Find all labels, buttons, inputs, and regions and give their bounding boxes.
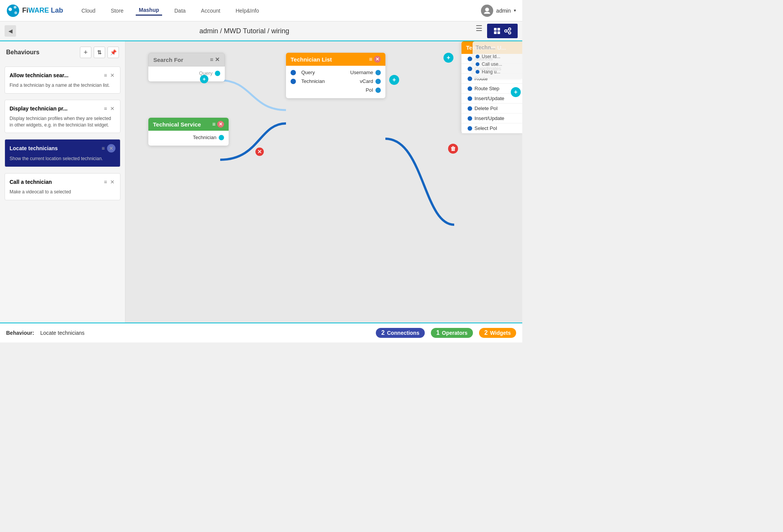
poi-port[interactable] xyxy=(375,88,381,93)
card-menu-btn-2[interactable]: ≡ xyxy=(103,105,108,112)
query-output-port[interactable] xyxy=(215,71,220,76)
search-for-close-icon[interactable]: ✕ xyxy=(215,56,220,63)
pin-button[interactable]: 📌 xyxy=(107,47,119,58)
nav-account[interactable]: Account xyxy=(198,6,224,15)
behaviour-desc-2: Display technician profiles when they ar… xyxy=(10,115,115,128)
rp-dot-address xyxy=(468,57,472,61)
port-row-poi: PoI xyxy=(291,86,381,94)
behaviour-title-3: Locate technicians xyxy=(10,145,101,151)
sort-behaviour-button[interactable]: ⇅ xyxy=(94,47,105,58)
nav-help[interactable]: Help&Info xyxy=(232,6,262,15)
add-connection-2[interactable]: + xyxy=(389,75,399,85)
search-for-widget[interactable]: Search For ≡ ✕ Query xyxy=(148,53,225,81)
behaviour-title-1: Allow technician sear... xyxy=(10,72,103,78)
rp-dot-route xyxy=(468,76,472,81)
card-close-btn-1[interactable]: ✕ xyxy=(109,71,115,79)
trw-item-userid: User Id... xyxy=(476,53,519,60)
disconnect-button[interactable]: ✕ xyxy=(255,148,264,156)
add-behaviour-button[interactable]: + xyxy=(80,47,91,58)
technician-list-widget[interactable]: Technician List ≡ ✕ Query Username Techn… xyxy=(286,53,385,98)
card-menu-btn-3[interactable]: ≡ xyxy=(101,144,106,152)
card-close-btn-3[interactable]: ✕ xyxy=(107,144,115,152)
svg-point-3 xyxy=(15,11,17,14)
technician-output-port[interactable] xyxy=(219,135,224,140)
query-input-port[interactable] xyxy=(291,70,296,75)
rp-dot-insert-update2 xyxy=(468,116,472,121)
trw-label-userid: User Id... xyxy=(482,54,500,59)
svg-point-11 xyxy=(508,32,511,34)
technician-list-header: Technician List ≡ ✕ xyxy=(286,53,385,66)
vcard-port[interactable] xyxy=(375,79,381,84)
sidebar-header: Behaviours + ⇅ 📌 xyxy=(0,41,125,63)
rp-dot-delete-poi xyxy=(468,106,472,111)
delete-connection-button[interactable]: 🗑 xyxy=(448,144,458,154)
ts-menu-icon[interactable]: ≡ xyxy=(212,121,216,128)
status-label-prefix: Behaviour: xyxy=(6,330,34,336)
search-for-body: Query xyxy=(148,66,225,81)
widgets-badge: 2 Widgets xyxy=(479,328,516,338)
nav-data[interactable]: Data xyxy=(171,6,189,15)
rp-dot-insert-update xyxy=(468,96,472,101)
share-icon xyxy=(504,27,512,35)
behaviour-desc-4: Make a videocall to a selected xyxy=(10,189,115,195)
add-connection-1[interactable]: + xyxy=(200,75,208,83)
technician-list-body: Query Username Technician vCard PoI xyxy=(286,66,385,98)
back-button[interactable]: ◀ xyxy=(5,25,16,37)
search-for-title: Search For xyxy=(153,57,183,63)
view-toggle-btn[interactable] xyxy=(487,24,518,38)
grid-icon xyxy=(493,27,501,35)
card-close-btn-2[interactable]: ✕ xyxy=(109,105,115,112)
behaviour-title-4: Call a technician xyxy=(10,179,103,185)
trw-title: Techn... xyxy=(476,44,519,50)
user-avatar xyxy=(481,5,493,17)
svg-point-2 xyxy=(14,6,16,8)
card-close-btn-4[interactable]: ✕ xyxy=(109,178,115,186)
nav-mashup[interactable]: Mashup xyxy=(136,5,162,16)
port-row-technician-in: Technician vCard xyxy=(291,77,381,86)
widgets-label: Widgets xyxy=(490,330,511,336)
canvas-area[interactable]: Search For ≡ ✕ Query + Technician List ≡ xyxy=(125,41,522,323)
connections-badge: 2 Connections xyxy=(376,328,425,338)
menu-icon[interactable]: ☰ xyxy=(473,24,486,38)
svg-point-10 xyxy=(508,28,511,30)
technical-service-widget[interactable]: Technical Service ≡ ✕ Technician xyxy=(148,118,229,146)
technical-service-body: Technician xyxy=(148,131,229,146)
tl-menu-icon[interactable]: ≡ xyxy=(369,56,372,63)
tl-close-icon[interactable]: ✕ xyxy=(374,56,381,63)
search-for-menu-icon[interactable]: ≡ xyxy=(210,56,213,63)
operators-count: 1 xyxy=(436,329,440,336)
top-right-partial-widget[interactable]: Techn... User Id... Call use... Hang u..… xyxy=(473,41,522,79)
svg-rect-6 xyxy=(497,28,500,31)
port-row-query-out: Query xyxy=(153,69,220,78)
nav-store[interactable]: Store xyxy=(108,6,127,15)
behaviour-desc-3: Show the current location selected techn… xyxy=(10,156,115,162)
behaviour-card-display-technician: Display technician pr... ≡ ✕ Display tec… xyxy=(5,100,120,133)
card-menu-btn-4[interactable]: ≡ xyxy=(103,178,108,186)
technician-input-label: Technician xyxy=(298,78,337,84)
trw-label-calluse: Call use... xyxy=(482,62,502,67)
widgets-count: 2 xyxy=(484,329,488,336)
add-connection-3[interactable]: + xyxy=(443,53,453,63)
svg-point-4 xyxy=(485,8,489,11)
trw-item-hangu: Hang u... xyxy=(476,68,519,76)
search-for-header: Search For ≡ ✕ xyxy=(148,53,225,66)
ts-close-icon[interactable]: ✕ xyxy=(217,121,224,128)
username-port[interactable] xyxy=(375,70,381,75)
card-menu-btn-1[interactable]: ≡ xyxy=(103,71,108,79)
trw-dot-hangu xyxy=(476,70,479,74)
svg-line-12 xyxy=(507,30,508,31)
user-menu[interactable]: admin ▾ xyxy=(481,5,516,17)
technician-input-port[interactable] xyxy=(291,79,296,84)
add-connection-4[interactable]: + xyxy=(511,87,521,97)
rp-item-insert-update2: Insert/Update xyxy=(461,114,522,123)
behaviour-desc-1: Find a technician by a name at the techn… xyxy=(10,82,115,89)
logo-text: FiWARE Lab xyxy=(22,6,63,15)
trw-dot-calluse xyxy=(476,62,479,66)
chevron-down-icon: ▾ xyxy=(514,8,516,13)
technician-list-title: Technician List xyxy=(291,56,332,63)
query-input-label: Query xyxy=(298,70,337,75)
rp-label-select-poi: Select PoI xyxy=(474,125,497,131)
behaviour-card-allow-technician: Allow technician sear... ≡ ✕ Find a tech… xyxy=(5,66,120,94)
nav-cloud[interactable]: Cloud xyxy=(78,6,99,15)
technical-service-title: Technical Service xyxy=(153,121,201,128)
